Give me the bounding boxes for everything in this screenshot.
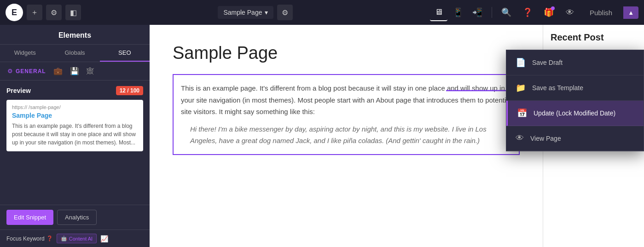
page-paragraph: This is an example page. It's different …	[181, 82, 511, 118]
layers-button[interactable]: ◧	[65, 5, 81, 20]
info-icon[interactable]: ❓	[46, 236, 53, 241]
chevron-down-icon: ▾	[265, 9, 268, 16]
general-section[interactable]: ⚙ GENERAL	[7, 68, 46, 75]
canvas: Sample Page This is an example page. It'…	[150, 25, 543, 247]
search-button[interactable]: 🔍	[498, 4, 515, 21]
help-button[interactable]: ❓	[519, 4, 536, 21]
separator	[492, 7, 492, 18]
publish-dropdown-menu: 📄 Save Draft 📁 Save as Template 📅 Update…	[506, 50, 644, 151]
notification-dot	[551, 6, 555, 10]
selected-content-block[interactable]: This is an example page. It's different …	[173, 74, 520, 155]
focus-keyword-bar: Focus Keyword ❓ 🤖 Content AI 📈	[0, 230, 150, 247]
tab-widgets[interactable]: Widgets	[0, 45, 50, 62]
sidebar-title: Elements	[0, 25, 150, 45]
save-draft-icon: 📄	[516, 57, 526, 68]
page-settings-button[interactable]: ⚙	[277, 5, 293, 20]
dropdown-view-page[interactable]: 👁 View Page	[506, 126, 644, 151]
recent-posts-title: Recent Post	[551, 32, 637, 43]
preview-button[interactable]: 👁	[561, 4, 579, 21]
settings-button[interactable]: ⚙	[46, 5, 62, 20]
preview-label: Preview	[6, 87, 31, 94]
update-icon: 📅	[517, 108, 527, 118]
briefcase-icon[interactable]: 💼	[53, 67, 63, 75]
analytics-button[interactable]: Analytics	[57, 210, 97, 225]
edit-snippet-button[interactable]: Edit Snippet	[6, 210, 53, 225]
gift-button[interactable]: 🎁	[540, 4, 557, 21]
gear-icon: ⚙	[7, 68, 13, 75]
page-content: Sample Page This is an example page. It'…	[150, 25, 543, 247]
trend-icon[interactable]: 📈	[100, 235, 108, 242]
network-icon[interactable]: 🕸	[87, 67, 94, 75]
preview-header: Preview 12 / 100	[6, 86, 143, 95]
add-element-button[interactable]: ＋	[27, 5, 42, 20]
italic-quote: Hi there! I'm a bike messenger by day, a…	[181, 123, 511, 147]
sidebar-tabs: Widgets Globals SEO	[0, 45, 150, 62]
topbar: E ＋ ⚙ ◧ Sample Page ▾ ⚙ 🖥 📱 📲 🔍 ❓ 🎁 👁 Pu…	[0, 0, 644, 25]
save-icon[interactable]: 💾	[70, 67, 79, 75]
focus-keyword-label: Focus Keyword ❓	[6, 236, 53, 242]
elementor-logo: E	[6, 4, 23, 21]
tab-seo[interactable]: SEO	[100, 45, 150, 62]
dropdown-save-draft[interactable]: 📄 Save Draft	[506, 50, 644, 75]
content-ai-button[interactable]: 🤖 Content AI	[57, 234, 97, 243]
dropdown-save-template[interactable]: 📁 Save as Template	[506, 75, 644, 101]
content-ai-icon: 🤖	[61, 236, 67, 241]
main-layout: Elements Widgets Globals SEO ⚙ GENERAL 💼…	[0, 25, 644, 247]
save-template-icon: 📁	[516, 83, 526, 93]
page-heading: Sample Page	[173, 43, 520, 63]
seo-score-badge: 12 / 100	[116, 86, 143, 95]
tablet-view-button[interactable]: 📱	[449, 4, 467, 21]
sidebar: Elements Widgets Globals SEO ⚙ GENERAL 💼…	[0, 25, 150, 247]
publish-dropdown-button[interactable]: ▲	[623, 6, 638, 19]
view-page-icon: 👁	[516, 133, 524, 143]
preview-box: https:// /sample-page/ Sample Page This …	[6, 100, 143, 151]
dropdown-update[interactable]: 📅 Update (Lock Modified Date)	[506, 101, 644, 126]
preview-section: Preview 12 / 100 https:// /sample-page/ …	[0, 80, 150, 205]
preview-title[interactable]: Sample Page	[12, 112, 138, 119]
sidebar-icons-row: ⚙ GENERAL 💼 💾 🕸	[0, 62, 150, 80]
preview-url: https:// /sample-page/	[12, 104, 138, 110]
device-switcher: 🖥 📱 📲	[430, 4, 486, 21]
bottom-buttons: Edit Snippet Analytics	[0, 205, 150, 230]
desktop-view-button[interactable]: 🖥	[430, 4, 447, 21]
topbar-center: Sample Page ▾ ⚙	[85, 5, 426, 20]
tab-globals[interactable]: Globals	[50, 45, 99, 62]
publish-button[interactable]: Publish	[582, 6, 620, 19]
mobile-view-button[interactable]: 📲	[469, 4, 486, 21]
preview-description: This is an example page. It's different …	[12, 122, 138, 147]
page-selector-button[interactable]: Sample Page ▾	[218, 6, 273, 19]
